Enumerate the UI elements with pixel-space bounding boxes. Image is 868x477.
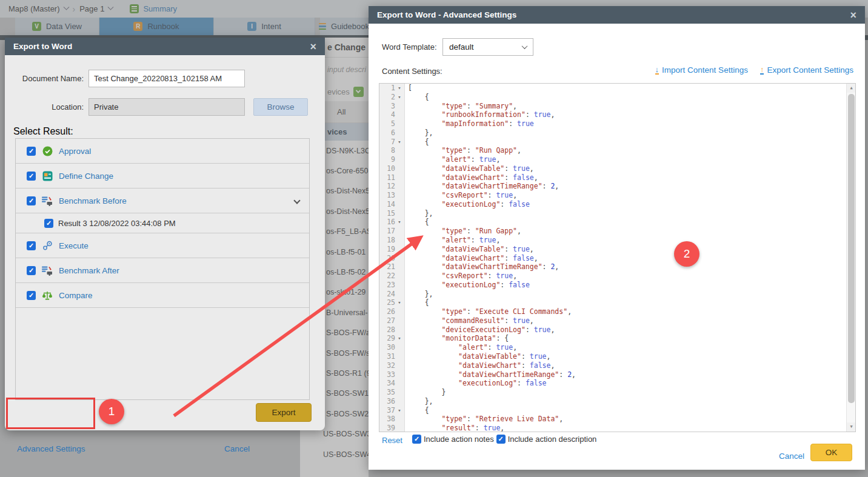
- fold-marker-icon[interactable]: [395, 119, 404, 128]
- include-action-notes-checkbox[interactable]: [412, 435, 421, 444]
- editor-line[interactable]: 18 "alert": true,: [379, 236, 855, 245]
- editor-line[interactable]: 21 "dataViewChartTimeRange": 2,: [379, 262, 855, 272]
- fold-marker-icon[interactable]: [395, 110, 404, 119]
- export-content-settings-link[interactable]: ↑ Export Content Settings: [760, 65, 853, 75]
- fold-marker-icon[interactable]: [395, 155, 404, 164]
- result-label[interactable]: Result 3 12/08/2022 03:44:08 PM: [58, 219, 176, 228]
- fold-marker-icon[interactable]: [395, 388, 404, 397]
- result-row[interactable]: Benchmark After: [16, 258, 309, 283]
- fold-marker-icon[interactable]: ▾: [395, 218, 404, 227]
- fold-marker-icon[interactable]: ▾: [395, 334, 404, 343]
- result-checkbox[interactable]: [27, 266, 36, 275]
- fold-marker-icon[interactable]: [395, 361, 404, 370]
- fold-marker-icon[interactable]: [395, 281, 404, 290]
- editor-line[interactable]: 10 "dataViewTable": true,: [379, 164, 855, 173]
- fold-marker-icon[interactable]: [395, 352, 404, 361]
- fold-marker-icon[interactable]: ▾: [395, 138, 404, 147]
- fold-marker-icon[interactable]: [395, 227, 404, 236]
- browse-button[interactable]: Browse: [253, 98, 308, 116]
- chevron-down-icon[interactable]: [293, 197, 300, 204]
- editor-line[interactable]: 23 "executionLog": false: [379, 281, 855, 290]
- fold-marker-icon[interactable]: [395, 397, 404, 406]
- editor-line[interactable]: 32 "dataViewChart": false,: [379, 361, 855, 370]
- editor-line[interactable]: 38 "type": "Retrieve Live Data",: [379, 415, 855, 424]
- editor-line[interactable]: 6 },: [379, 128, 855, 138]
- editor-line[interactable]: 27 "commandResult": true,: [379, 316, 855, 325]
- include-action-description-checkbox[interactable]: [496, 435, 506, 444]
- export-button[interactable]: Export: [256, 403, 312, 422]
- editor-line[interactable]: 4 "runbookInformation": true,: [379, 110, 855, 119]
- result-label[interactable]: Benchmark Before: [59, 196, 127, 205]
- editor-line[interactable]: 24 },: [379, 290, 855, 299]
- fold-marker-icon[interactable]: [395, 316, 404, 325]
- editor-line[interactable]: 30 "alert": true,: [379, 343, 855, 352]
- scrollbar-thumb[interactable]: [848, 94, 855, 403]
- result-label[interactable]: Approval: [59, 147, 91, 156]
- editor-line[interactable]: 8 "type": "Run Qapp",: [379, 146, 855, 155]
- editor-line[interactable]: 34 "executionLog": false: [379, 379, 855, 388]
- fold-marker-icon[interactable]: [395, 245, 404, 254]
- fold-marker-icon[interactable]: [395, 325, 404, 335]
- editor-line[interactable]: 16▾ {: [379, 218, 855, 227]
- editor-scrollbar[interactable]: ▲ ▼: [846, 84, 855, 432]
- fold-marker-icon[interactable]: ▾: [395, 406, 404, 415]
- fold-marker-icon[interactable]: [395, 191, 404, 200]
- fold-marker-icon[interactable]: [395, 209, 404, 218]
- reset-button[interactable]: Reset: [382, 436, 402, 445]
- editor-line[interactable]: 20 "dataViewChart": false,: [379, 254, 855, 263]
- scroll-up-icon[interactable]: ▲: [847, 84, 856, 93]
- editor-line[interactable]: 26 "type": "Execute CLI Commands",: [379, 307, 855, 316]
- fold-marker-icon[interactable]: [395, 424, 404, 432]
- fold-marker-icon[interactable]: ▾: [395, 298, 404, 307]
- editor-line[interactable]: 28 "deviceExecutionLog": true,: [379, 325, 855, 335]
- close-icon[interactable]: ×: [310, 41, 316, 52]
- fold-marker-icon[interactable]: [395, 254, 404, 263]
- editor-line[interactable]: 35 }: [379, 388, 855, 397]
- editor-line[interactable]: 25▾ {: [379, 298, 855, 307]
- document-name-input[interactable]: [88, 70, 245, 87]
- editor-line[interactable]: 15 },: [379, 209, 855, 218]
- fold-marker-icon[interactable]: [395, 146, 404, 155]
- result-label[interactable]: Execute: [59, 241, 88, 250]
- editor-line[interactable]: 14 "executionLog": false: [379, 200, 855, 209]
- editor-line[interactable]: 19 "dataViewTable": true,: [379, 245, 855, 254]
- fold-marker-icon[interactable]: [395, 200, 404, 209]
- fold-marker-icon[interactable]: [395, 415, 404, 424]
- fold-marker-icon[interactable]: ▾: [395, 84, 404, 93]
- scroll-down-icon[interactable]: ▼: [847, 422, 856, 432]
- result-row[interactable]: Define Change: [16, 164, 309, 188]
- export-cancel-button[interactable]: Cancel: [224, 444, 250, 453]
- import-content-settings-link[interactable]: ↓ Import Content Settings: [655, 65, 748, 75]
- word-template-select[interactable]: default: [442, 38, 533, 56]
- result-checkbox[interactable]: [27, 241, 36, 250]
- fold-marker-icon[interactable]: [395, 262, 404, 272]
- editor-line[interactable]: 1▾[: [379, 84, 855, 93]
- editor-line[interactable]: 2▾ {: [379, 93, 855, 102]
- editor-line[interactable]: 36 },: [379, 397, 855, 406]
- result-row[interactable]: Execute: [16, 233, 309, 258]
- fold-marker-icon[interactable]: ▾: [395, 93, 404, 102]
- fold-marker-icon[interactable]: [395, 272, 404, 281]
- editor-line[interactable]: 3 "type": "Summary",: [379, 102, 855, 111]
- fold-marker-icon[interactable]: [395, 379, 404, 388]
- editor-line[interactable]: 39 "result": true,: [379, 424, 855, 432]
- result-checkbox[interactable]: [44, 219, 53, 228]
- editor-line[interactable]: 37▾ {: [379, 406, 855, 415]
- editor-line[interactable]: 5 "mapInformation": true: [379, 119, 855, 128]
- close-icon[interactable]: ×: [850, 10, 856, 21]
- result-label[interactable]: Benchmark After: [59, 266, 119, 275]
- editor-line[interactable]: 9 "alert": true,: [379, 155, 855, 164]
- advanced-settings-button[interactable]: Advanced Settings: [17, 444, 85, 453]
- fold-marker-icon[interactable]: [395, 307, 404, 316]
- result-checkbox[interactable]: [27, 291, 36, 300]
- content-settings-editor[interactable]: 1▾[2▾ {3 "type": "Summary",4 "runbookInf…: [379, 83, 856, 432]
- fold-marker-icon[interactable]: [395, 182, 404, 191]
- fold-marker-icon[interactable]: [395, 173, 404, 182]
- result-subrow[interactable]: Result 3 12/08/2022 03:44:08 PM: [16, 213, 309, 233]
- result-row[interactable]: Compare: [16, 283, 309, 308]
- editor-line[interactable]: 7▾ {: [379, 138, 855, 147]
- ok-button[interactable]: OK: [810, 444, 852, 461]
- editor-line[interactable]: 12 "dataViewChartTimeRange": 2,: [379, 182, 855, 191]
- advanced-cancel-button[interactable]: Cancel: [779, 452, 804, 461]
- editor-line[interactable]: 17 "type": "Run Gapp",: [379, 227, 855, 236]
